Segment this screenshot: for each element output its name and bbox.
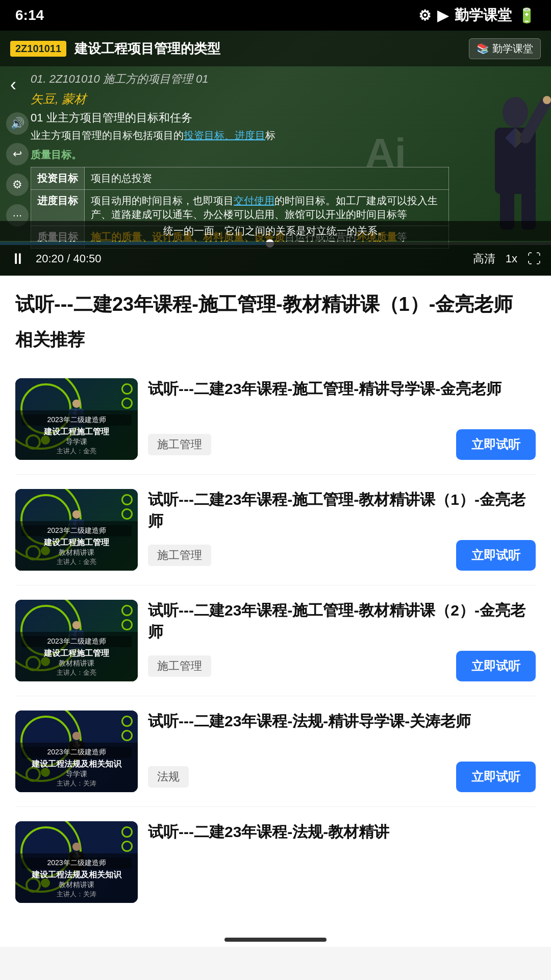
thumb-year-4: 2023年二级建造师 xyxy=(21,747,132,758)
listen-button-2[interactable]: 立即试听 xyxy=(456,540,536,571)
battery-icon: 🔋 xyxy=(518,7,536,24)
thumb-year-3: 2023年二级建造师 xyxy=(21,636,132,647)
listen-button-3[interactable]: 立即试听 xyxy=(456,651,536,681)
play-icon: ▶ xyxy=(437,7,448,24)
svg-point-24 xyxy=(72,843,81,851)
thumb-teacher-5: 主讲人：关涛 xyxy=(21,890,132,899)
video-header: 2Z101011 建设工程项目管理的类型 📚 勤学课堂 xyxy=(0,31,551,66)
svg-point-5 xyxy=(543,96,551,104)
status-time: 6:14 xyxy=(15,7,44,23)
course-item-3: 2023年二级建造师 建设工程施工管理 教材精讲课 主讲人：金亮 试听---二建… xyxy=(15,585,536,696)
teacher-svg xyxy=(449,87,551,230)
thumb-dots-2 xyxy=(121,494,133,520)
svg-point-20 xyxy=(72,732,81,740)
course-item-4: 2023年二级建造师 建设工程法规及相关知识 导学课 主讲人：关涛 试听---二… xyxy=(15,696,536,807)
teacher-figure xyxy=(449,87,551,230)
status-icons: ⚙ ▶ 勤学课堂 🔋 xyxy=(418,6,536,25)
logo-icon: 📚 xyxy=(477,42,489,55)
course-list: 2023年二级建造师 建设工程施工管理 导学课 主讲人：金亮 试听---二建23… xyxy=(15,364,536,917)
thumb-dots-3 xyxy=(121,605,133,630)
thumb-course-name-2: 建设工程施工管理 xyxy=(21,537,132,548)
video-main-title: 试听---二建23年课程-施工管理-教材精讲课（1）-金亮老师 xyxy=(15,291,536,318)
thumb-type-1: 导学课 xyxy=(21,437,132,447)
course-item-2: 2023年二级建造师 建设工程施工管理 教材精讲课 主讲人：金亮 试听---二建… xyxy=(15,475,536,585)
gear-icon: ⚙ xyxy=(418,7,431,24)
course-bottom-4: 法规 立即试听 xyxy=(148,762,536,792)
thumb-title-area-5: 2023年二级建造师 建设工程法规及相关知识 教材精讲课 主讲人：关涛 xyxy=(15,853,138,903)
subtitle-text: 统一的一面，它们之间的关系是对立统一的关系。 xyxy=(163,225,388,236)
video-player[interactable]: 2Z101011 建设工程项目管理的类型 📚 勤学课堂 ‹ 🔊 ↩ ⚙ ··· … xyxy=(0,31,551,276)
app-logo: 📚 勤学课堂 xyxy=(469,38,541,59)
thumb-type-3: 教材精讲课 xyxy=(21,659,132,668)
course-name-2: 试听---二建23年课程-施工管理-教材精讲课（1）-金亮老师 xyxy=(148,489,536,532)
thumb-year-5: 2023年二级建造师 xyxy=(21,857,132,869)
thumb-year-1: 2023年二级建造师 xyxy=(21,414,132,426)
back-button[interactable]: ‹ xyxy=(10,74,16,95)
svg-point-12 xyxy=(72,510,81,519)
course-name-5: 试听---二建23年课程-法规-教材精讲 xyxy=(148,821,536,843)
svg-point-0 xyxy=(503,97,528,128)
home-indicator xyxy=(0,927,551,947)
thumb-title-area-4: 2023年二级建造师 建设工程法规及相关知识 导学课 主讲人：关涛 xyxy=(15,743,138,792)
thumb-title-area-3: 2023年二级建造师 建设工程施工管理 教材精讲课 主讲人：金亮 xyxy=(15,632,138,681)
ai-watermark: Ai xyxy=(365,130,406,177)
thumb-dots xyxy=(121,383,133,409)
svg-point-8 xyxy=(72,400,81,408)
rewind-icon[interactable]: ↩ xyxy=(6,143,29,165)
pause-button[interactable]: ⏸ xyxy=(10,250,26,267)
thumb-teacher-2: 主讲人：金亮 xyxy=(21,557,132,567)
thumb-dots-5 xyxy=(121,826,133,852)
course-thumbnail-4[interactable]: 2023年二级建造师 建设工程法规及相关知识 导学课 主讲人：关涛 xyxy=(15,710,138,792)
main-content: 试听---二建23年课程-施工管理-教材精讲课（1）-金亮老师 相关推荐 xyxy=(0,276,551,927)
settings-icon[interactable]: ⚙ xyxy=(6,174,29,196)
home-bar xyxy=(224,938,327,942)
course-info-3: 试听---二建23年课程-施工管理-教材精讲课（2）-金亮老师 施工管理 立即试… xyxy=(148,600,536,681)
speed-button[interactable]: 1x xyxy=(506,252,517,265)
course-info-5: 试听---二建23年课程-法规-教材精讲 xyxy=(148,821,536,903)
lesson-code-badge: 2Z101011 xyxy=(10,41,66,57)
course-thumbnail-5[interactable]: 2023年二级建造师 建设工程法规及相关知识 教材精讲课 主讲人：关涛 xyxy=(15,821,138,903)
volume-icon[interactable]: 🔊 xyxy=(6,112,29,135)
lesson-title: 建设工程项目管理的类型 xyxy=(74,40,220,58)
course-name-4: 试听---二建23年课程-法规-精讲导学课-关涛老师 xyxy=(148,710,536,732)
total-time: 40:50 xyxy=(73,252,101,265)
time-display: 20:20 / 40:50 xyxy=(36,252,463,265)
thumb-course-name-4: 建设工程法规及相关知识 xyxy=(21,759,132,770)
fullscreen-button[interactable]: ⛶ xyxy=(528,251,541,267)
course-tag-1: 施工管理 xyxy=(148,434,211,455)
thumb-teacher-4: 主讲人：关涛 xyxy=(21,779,132,788)
quality-button[interactable]: 高清 xyxy=(473,251,495,266)
course-bottom-3: 施工管理 立即试听 xyxy=(148,651,536,681)
logo-text: 勤学课堂 xyxy=(492,42,533,56)
course-item: 2023年二级建造师 建设工程施工管理 导学课 主讲人：金亮 试听---二建23… xyxy=(15,364,536,475)
course-thumbnail-3[interactable]: 2023年二级建造师 建设工程施工管理 教材精讲课 主讲人：金亮 xyxy=(15,600,138,681)
course-info-1: 试听---二建23年课程-施工管理-精讲导学课-金亮老师 施工管理 立即试听 xyxy=(148,378,536,460)
thumb-year-2: 2023年二级建造师 xyxy=(21,525,132,536)
course-info-2: 试听---二建23年课程-施工管理-教材精讲课（1）-金亮老师 施工管理 立即试… xyxy=(148,489,536,571)
course-item-5: 2023年二级建造师 建设工程法规及相关知识 教材精讲课 主讲人：关涛 试听--… xyxy=(15,807,536,917)
svg-point-16 xyxy=(72,621,81,629)
thumb-title-area-1: 2023年二级建造师 建设工程施工管理 导学课 主讲人：金亮 xyxy=(15,410,138,460)
section-heading: 相关推荐 xyxy=(15,328,536,352)
course-tag-4: 法规 xyxy=(148,766,189,788)
subtitle-bar: 统一的一面，它们之间的关系是对立统一的关系。 xyxy=(0,221,551,241)
course-name-3: 试听---二建23年课程-施工管理-教材精讲课（2）-金亮老师 xyxy=(148,600,536,643)
svg-line-4 xyxy=(525,102,546,138)
thumb-dots-4 xyxy=(121,716,133,741)
thumb-teacher-1: 主讲人：金亮 xyxy=(21,447,132,456)
chalk-handwriting: 矢豆, 蒙材 xyxy=(31,91,449,107)
listen-button-1[interactable]: 立即试听 xyxy=(456,429,536,460)
thumb-course-name-3: 建设工程施工管理 xyxy=(21,648,132,659)
thumb-course-name-1: 建设工程施工管理 xyxy=(21,427,132,437)
thumb-title-area-2: 2023年二级建造师 建设工程施工管理 教材精讲课 主讲人：金亮 xyxy=(15,521,138,571)
time-separator: / xyxy=(67,252,73,265)
listen-button-4[interactable]: 立即试听 xyxy=(456,762,536,792)
thumb-type-2: 教材精讲课 xyxy=(21,548,132,557)
thumb-course-name-5: 建设工程法规及相关知识 xyxy=(21,870,132,880)
course-bottom-2: 施工管理 立即试听 xyxy=(148,540,536,571)
sub-lesson-title: 01. 2Z101010 施工方的项目管理 01 xyxy=(31,71,449,87)
course-thumbnail-1[interactable]: 2023年二级建造师 建设工程施工管理 导学课 主讲人：金亮 xyxy=(15,378,138,460)
course-tag-3: 施工管理 xyxy=(148,655,211,677)
course-info-4: 试听---二建23年课程-法规-精讲导学课-关涛老师 法规 立即试听 xyxy=(148,710,536,792)
course-thumbnail-2[interactable]: 2023年二级建造师 建设工程施工管理 教材精讲课 主讲人：金亮 xyxy=(15,489,138,571)
